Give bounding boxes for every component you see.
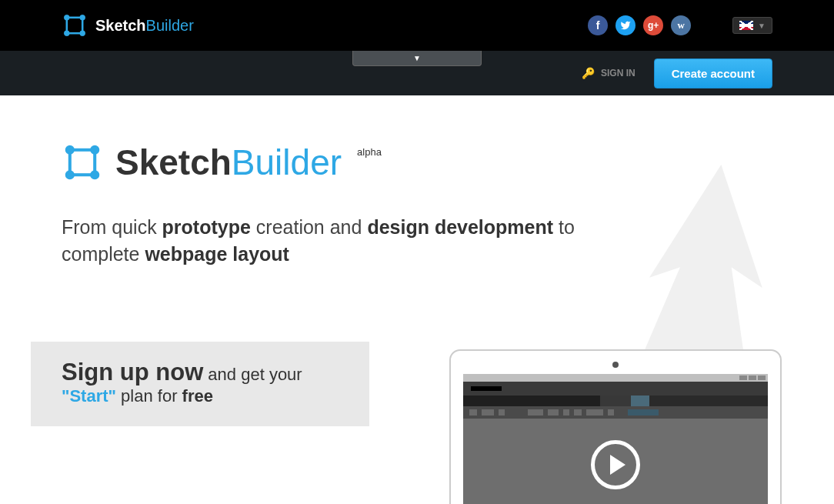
twitter-icon[interactable] (615, 15, 636, 35)
brand-part2: Builder (232, 142, 342, 182)
close-icon (758, 375, 766, 380)
signin-label: SIGN IN (601, 68, 636, 78)
social-links: f g+ w (588, 15, 691, 35)
tagline-bold: design development (367, 216, 553, 238)
brand-name-large: SketchBuilder (115, 142, 342, 183)
dropdown-handle[interactable]: ▼ (352, 51, 482, 66)
svg-point-6 (65, 145, 74, 154)
laptop-mockup (449, 349, 782, 504)
hero-section: SketchBuilder alpha From quick prototype… (0, 95, 834, 426)
brand-name: SketchBuilder (95, 17, 194, 35)
maximize-icon (749, 375, 756, 380)
tagline-text: From quick (62, 216, 162, 238)
signup-promo-box: Sign up now and get your "Start" plan fo… (31, 342, 369, 426)
svg-rect-0 (67, 18, 82, 33)
create-account-button[interactable]: Create account (654, 58, 772, 88)
browser-tabs (463, 396, 768, 406)
tagline-bold: prototype (162, 216, 251, 238)
key-icon: 🔑 (582, 67, 595, 79)
svg-point-2 (80, 15, 85, 20)
svg-rect-5 (70, 150, 95, 175)
brand-logo-large: SketchBuilder alpha (62, 142, 772, 183)
svg-point-8 (65, 171, 74, 179)
top-header: SketchBuilder f g+ w ▼ (0, 0, 834, 51)
signup-headline-tail: and get your (203, 365, 302, 384)
sketch-logo-icon (62, 142, 103, 183)
header-right: f g+ w ▼ (588, 15, 772, 35)
tagline-bold: webpage layout (145, 243, 289, 265)
uk-flag-icon (739, 21, 753, 30)
signup-headline: Sign up now and get your (62, 359, 339, 386)
language-selector[interactable]: ▼ (732, 17, 772, 34)
sub-header: ▼ 🔑 SIGN IN Create account (0, 51, 834, 95)
googleplus-icon[interactable]: g+ (643, 15, 663, 35)
svg-point-1 (64, 15, 69, 20)
brand-part1: Sketch (115, 142, 232, 182)
chevron-down-icon: ▼ (413, 54, 421, 62)
svg-point-9 (91, 171, 99, 179)
play-icon (610, 455, 626, 475)
vk-icon[interactable]: w (671, 15, 691, 35)
alpha-badge: alpha (357, 146, 382, 158)
webcam-icon (612, 362, 619, 368)
minimize-icon (739, 375, 747, 380)
play-button[interactable] (591, 440, 640, 489)
laptop-screen (449, 349, 782, 504)
url-bar (463, 382, 768, 396)
signin-link[interactable]: 🔑 SIGN IN (582, 67, 636, 79)
svg-point-4 (80, 31, 85, 36)
chevron-down-icon: ▼ (758, 22, 766, 30)
free-label: free (182, 386, 213, 406)
twitter-bird-icon (620, 20, 631, 31)
app-toolbar (463, 406, 768, 419)
tagline-text: creation and (251, 216, 368, 238)
plan-name: "Start" (62, 386, 116, 406)
brand-part1: Sketch (95, 17, 146, 34)
signup-subline: "Start" plan for free (62, 386, 339, 406)
svg-point-7 (91, 145, 99, 154)
video-preview[interactable] (463, 374, 768, 504)
brand-part2: Builder (146, 17, 194, 34)
svg-point-3 (64, 31, 69, 36)
window-controls (463, 374, 768, 382)
brand-logo-small[interactable]: SketchBuilder (62, 12, 194, 38)
facebook-icon[interactable]: f (588, 15, 608, 35)
tagline: From quick prototype creation and design… (62, 214, 639, 268)
plan-tail: plan for (116, 386, 182, 406)
signup-headline-bold: Sign up now (62, 359, 203, 386)
sketch-logo-icon (62, 12, 88, 38)
